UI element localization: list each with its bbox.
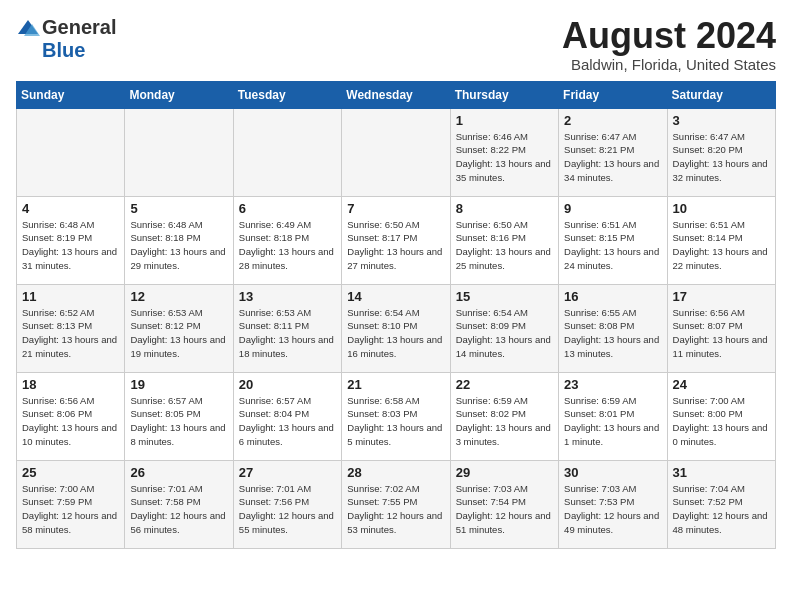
- sunset-label: Sunset: 8:12 PM: [130, 320, 200, 331]
- day-info: Sunrise: 6:57 AMSunset: 8:05 PMDaylight:…: [130, 394, 227, 449]
- calendar-cell: 25Sunrise: 7:00 AMSunset: 7:59 PMDayligh…: [17, 460, 125, 548]
- day-number: 1: [456, 113, 553, 128]
- calendar-cell: 31Sunrise: 7:04 AMSunset: 7:52 PMDayligh…: [667, 460, 775, 548]
- daylight-label: Daylight: 13 hours and 16 minutes.: [347, 334, 442, 359]
- sunrise-label: Sunrise: 6:59 AM: [456, 395, 528, 406]
- calendar-cell: 18Sunrise: 6:56 AMSunset: 8:06 PMDayligh…: [17, 372, 125, 460]
- daylight-label: Daylight: 12 hours and 48 minutes.: [673, 510, 768, 535]
- sunset-label: Sunset: 7:58 PM: [130, 496, 200, 507]
- day-number: 3: [673, 113, 770, 128]
- calendar-cell: 9Sunrise: 6:51 AMSunset: 8:15 PMDaylight…: [559, 196, 667, 284]
- day-info: Sunrise: 6:50 AMSunset: 8:16 PMDaylight:…: [456, 218, 553, 273]
- location-title: Baldwin, Florida, United States: [562, 56, 776, 73]
- day-info: Sunrise: 6:47 AMSunset: 8:21 PMDaylight:…: [564, 130, 661, 185]
- daylight-label: Daylight: 13 hours and 29 minutes.: [130, 246, 225, 271]
- day-info: Sunrise: 7:03 AMSunset: 7:54 PMDaylight:…: [456, 482, 553, 537]
- day-info: Sunrise: 6:55 AMSunset: 8:08 PMDaylight:…: [564, 306, 661, 361]
- daylight-label: Daylight: 13 hours and 11 minutes.: [673, 334, 768, 359]
- calendar-cell: 26Sunrise: 7:01 AMSunset: 7:58 PMDayligh…: [125, 460, 233, 548]
- day-number: 25: [22, 465, 119, 480]
- sunset-label: Sunset: 8:22 PM: [456, 144, 526, 155]
- sunrise-label: Sunrise: 6:48 AM: [22, 219, 94, 230]
- sunrise-label: Sunrise: 7:04 AM: [673, 483, 745, 494]
- calendar-cell: 5Sunrise: 6:48 AMSunset: 8:18 PMDaylight…: [125, 196, 233, 284]
- sunrise-label: Sunrise: 6:57 AM: [239, 395, 311, 406]
- calendar-week-row: 11Sunrise: 6:52 AMSunset: 8:13 PMDayligh…: [17, 284, 776, 372]
- sunset-label: Sunset: 8:17 PM: [347, 232, 417, 243]
- sunset-label: Sunset: 8:20 PM: [673, 144, 743, 155]
- sunset-label: Sunset: 8:16 PM: [456, 232, 526, 243]
- sunset-label: Sunset: 7:55 PM: [347, 496, 417, 507]
- day-number: 17: [673, 289, 770, 304]
- calendar-week-row: 25Sunrise: 7:00 AMSunset: 7:59 PMDayligh…: [17, 460, 776, 548]
- daylight-label: Daylight: 13 hours and 21 minutes.: [22, 334, 117, 359]
- col-header-sunday: Sunday: [17, 81, 125, 108]
- sunrise-label: Sunrise: 6:49 AM: [239, 219, 311, 230]
- sunrise-label: Sunrise: 7:00 AM: [673, 395, 745, 406]
- logo-general: General: [42, 16, 116, 39]
- sunset-label: Sunset: 8:07 PM: [673, 320, 743, 331]
- sunrise-label: Sunrise: 7:00 AM: [22, 483, 94, 494]
- day-number: 13: [239, 289, 336, 304]
- sunset-label: Sunset: 8:18 PM: [130, 232, 200, 243]
- day-number: 26: [130, 465, 227, 480]
- day-number: 21: [347, 377, 444, 392]
- sunset-label: Sunset: 8:08 PM: [564, 320, 634, 331]
- calendar-week-row: 18Sunrise: 6:56 AMSunset: 8:06 PMDayligh…: [17, 372, 776, 460]
- calendar-cell: 4Sunrise: 6:48 AMSunset: 8:19 PMDaylight…: [17, 196, 125, 284]
- calendar-cell: 24Sunrise: 7:00 AMSunset: 8:00 PMDayligh…: [667, 372, 775, 460]
- daylight-label: Daylight: 13 hours and 10 minutes.: [22, 422, 117, 447]
- calendar-cell: 21Sunrise: 6:58 AMSunset: 8:03 PMDayligh…: [342, 372, 450, 460]
- daylight-label: Daylight: 13 hours and 3 minutes.: [456, 422, 551, 447]
- sunrise-label: Sunrise: 7:02 AM: [347, 483, 419, 494]
- sunrise-label: Sunrise: 6:54 AM: [347, 307, 419, 318]
- sunrise-label: Sunrise: 6:58 AM: [347, 395, 419, 406]
- calendar-cell: 15Sunrise: 6:54 AMSunset: 8:09 PMDayligh…: [450, 284, 558, 372]
- day-number: 11: [22, 289, 119, 304]
- calendar-cell: 28Sunrise: 7:02 AMSunset: 7:55 PMDayligh…: [342, 460, 450, 548]
- day-info: Sunrise: 6:53 AMSunset: 8:12 PMDaylight:…: [130, 306, 227, 361]
- sunrise-label: Sunrise: 6:47 AM: [673, 131, 745, 142]
- day-number: 8: [456, 201, 553, 216]
- col-header-wednesday: Wednesday: [342, 81, 450, 108]
- day-number: 30: [564, 465, 661, 480]
- daylight-label: Daylight: 13 hours and 27 minutes.: [347, 246, 442, 271]
- day-info: Sunrise: 6:46 AMSunset: 8:22 PMDaylight:…: [456, 130, 553, 185]
- day-number: 31: [673, 465, 770, 480]
- daylight-label: Daylight: 12 hours and 51 minutes.: [456, 510, 551, 535]
- sunrise-label: Sunrise: 6:56 AM: [673, 307, 745, 318]
- calendar-cell: 13Sunrise: 6:53 AMSunset: 8:11 PMDayligh…: [233, 284, 341, 372]
- day-number: 5: [130, 201, 227, 216]
- day-info: Sunrise: 6:57 AMSunset: 8:04 PMDaylight:…: [239, 394, 336, 449]
- daylight-label: Daylight: 13 hours and 34 minutes.: [564, 158, 659, 183]
- day-number: 2: [564, 113, 661, 128]
- month-title: August 2024: [562, 16, 776, 56]
- calendar-cell: [233, 108, 341, 196]
- daylight-label: Daylight: 13 hours and 22 minutes.: [673, 246, 768, 271]
- logo: General Blue: [16, 16, 116, 62]
- day-number: 22: [456, 377, 553, 392]
- daylight-label: Daylight: 13 hours and 1 minute.: [564, 422, 659, 447]
- sunset-label: Sunset: 8:02 PM: [456, 408, 526, 419]
- calendar-cell: 10Sunrise: 6:51 AMSunset: 8:14 PMDayligh…: [667, 196, 775, 284]
- day-info: Sunrise: 6:56 AMSunset: 8:06 PMDaylight:…: [22, 394, 119, 449]
- day-info: Sunrise: 7:01 AMSunset: 7:58 PMDaylight:…: [130, 482, 227, 537]
- col-header-saturday: Saturday: [667, 81, 775, 108]
- sunrise-label: Sunrise: 6:48 AM: [130, 219, 202, 230]
- sunrise-label: Sunrise: 7:01 AM: [130, 483, 202, 494]
- day-info: Sunrise: 6:52 AMSunset: 8:13 PMDaylight:…: [22, 306, 119, 361]
- day-info: Sunrise: 6:56 AMSunset: 8:07 PMDaylight:…: [673, 306, 770, 361]
- sunrise-label: Sunrise: 6:51 AM: [564, 219, 636, 230]
- daylight-label: Daylight: 12 hours and 58 minutes.: [22, 510, 117, 535]
- sunrise-label: Sunrise: 6:50 AM: [347, 219, 419, 230]
- calendar-cell: 6Sunrise: 6:49 AMSunset: 8:18 PMDaylight…: [233, 196, 341, 284]
- calendar-cell: 17Sunrise: 6:56 AMSunset: 8:07 PMDayligh…: [667, 284, 775, 372]
- calendar-cell: [125, 108, 233, 196]
- day-number: 29: [456, 465, 553, 480]
- daylight-label: Daylight: 12 hours and 49 minutes.: [564, 510, 659, 535]
- sunset-label: Sunset: 7:52 PM: [673, 496, 743, 507]
- sunset-label: Sunset: 7:59 PM: [22, 496, 92, 507]
- calendar-week-row: 1Sunrise: 6:46 AMSunset: 8:22 PMDaylight…: [17, 108, 776, 196]
- calendar-cell: 8Sunrise: 6:50 AMSunset: 8:16 PMDaylight…: [450, 196, 558, 284]
- day-number: 19: [130, 377, 227, 392]
